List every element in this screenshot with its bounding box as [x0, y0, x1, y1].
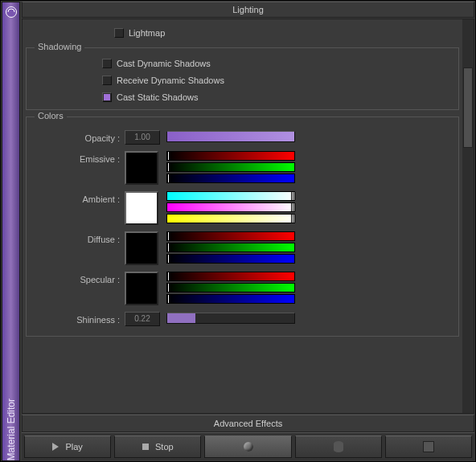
ambient-sliders — [166, 191, 295, 223]
emissive-row: Emissive : — [30, 151, 455, 185]
specular-slider-b[interactable] — [166, 294, 295, 304]
cylinder-icon — [334, 441, 343, 452]
specular-swatch[interactable] — [125, 272, 158, 305]
stop-button[interactable]: Stop — [114, 435, 201, 458]
play-icon — [52, 443, 59, 451]
diffuse-row: Diffuse : — [30, 231, 455, 265]
slider-handle[interactable] — [167, 231, 170, 241]
stop-icon — [142, 444, 149, 450]
diffuse-label: Diffuse : — [30, 231, 125, 244]
slider-handle[interactable] — [291, 214, 293, 223]
diffuse-slider-b[interactable] — [166, 254, 295, 264]
diffuse-slider-g[interactable] — [166, 243, 295, 252]
app-root: Material Editor Lighting Lightmap Shadow… — [0, 0, 476, 462]
sphere-icon — [244, 442, 253, 452]
specular-row: Specular : — [30, 272, 455, 305]
emissive-slider-r[interactable] — [166, 151, 295, 161]
slider-handle[interactable] — [167, 272, 170, 281]
slider-handle[interactable] — [167, 151, 170, 161]
diffuse-slider-r[interactable] — [166, 231, 295, 241]
emissive-slider-g[interactable] — [166, 162, 295, 172]
receive-dynamic-label: Receive Dynamic Shadows — [117, 76, 224, 85]
slider-handle[interactable] — [291, 191, 293, 201]
diffuse-sliders — [166, 231, 295, 264]
specular-label: Specular : — [30, 272, 125, 284]
shininess-slider[interactable] — [166, 313, 295, 324]
slider-handle[interactable] — [167, 294, 170, 304]
colors-fieldset: Colors Opacity : 1.00 Emissive :Ambient … — [26, 117, 459, 337]
opacity-slider[interactable] — [166, 131, 295, 142]
receive-dynamic-checkbox[interactable] — [102, 76, 112, 85]
vertical-scrollbar[interactable] — [462, 19, 474, 413]
opacity-label: Opacity : — [30, 130, 125, 143]
scroll-content: Lightmap Shadowing Cast Dynamic Shadows … — [23, 19, 462, 413]
bottom-toolbar: Play Stop — [22, 432, 474, 460]
shininess-label: Shininess : — [30, 312, 125, 325]
specular-slider-g[interactable] — [166, 283, 295, 292]
opacity-value[interactable]: 1.00 — [125, 130, 160, 145]
slider-handle[interactable] — [167, 162, 170, 172]
slider-handle[interactable] — [291, 202, 293, 212]
shininess-row: Shininess : 0.22 — [30, 312, 455, 326]
emissive-sliders — [166, 151, 295, 183]
ambient-slider-g[interactable] — [166, 202, 295, 212]
cast-static-label: Cast Static Shadows — [117, 92, 199, 102]
ambient-row: Ambient : — [30, 191, 455, 225]
lightmap-row: Lightmap — [26, 25, 459, 41]
shininess-value[interactable]: 0.22 — [125, 312, 160, 326]
emissive-swatch[interactable] — [125, 151, 158, 185]
sidebar-tab-label: Material Editor — [6, 394, 17, 460]
preview-sphere-button[interactable] — [204, 435, 291, 458]
cast-static-checkbox[interactable] — [102, 92, 112, 102]
panel-title-lighting[interactable]: Lighting — [22, 2, 474, 18]
specular-slider-r[interactable] — [166, 272, 295, 281]
stop-label: Stop — [155, 442, 174, 452]
slider-handle[interactable] — [167, 283, 170, 292]
diffuse-swatch[interactable] — [125, 231, 158, 265]
shadowing-legend: Shadowing — [35, 42, 84, 51]
play-button[interactable]: Play — [24, 435, 111, 458]
ambient-swatch[interactable] — [125, 191, 158, 225]
slider-handle[interactable] — [167, 243, 170, 252]
emissive-slider-b[interactable] — [166, 174, 295, 183]
opacity-row: Opacity : 1.00 — [30, 130, 455, 145]
cube-icon — [423, 441, 434, 452]
ambient-slider-r[interactable] — [166, 191, 295, 201]
main-area: Lighting Lightmap Shadowing Cast Dynamic… — [22, 2, 474, 460]
preview-cube-button[interactable] — [385, 435, 472, 458]
scroll-area: Lightmap Shadowing Cast Dynamic Shadows … — [22, 18, 474, 414]
play-label: Play — [65, 442, 82, 452]
shadowing-fieldset: Shadowing Cast Dynamic Shadows Receive D… — [26, 47, 459, 110]
lightmap-checkbox[interactable] — [114, 28, 124, 38]
slider-handle[interactable] — [167, 254, 170, 264]
svg-point-0 — [6, 7, 17, 18]
preview-cylinder-button[interactable] — [295, 435, 382, 458]
cast-dynamic-checkbox[interactable] — [102, 59, 112, 68]
scrollbar-thumb[interactable] — [463, 67, 473, 148]
ambient-label: Ambient : — [30, 191, 125, 204]
sidebar-tab-material-editor[interactable]: Material Editor — [2, 2, 20, 461]
panel-title-advanced[interactable]: Advanced Effects — [22, 415, 474, 432]
lightmap-label: Lightmap — [129, 28, 165, 38]
cast-dynamic-label: Cast Dynamic Shadows — [117, 59, 211, 68]
ambient-slider-b[interactable] — [166, 214, 295, 223]
shininess-slider-fill — [167, 313, 195, 323]
opacity-slider-fill — [167, 132, 294, 141]
slider-handle[interactable] — [167, 174, 170, 183]
colors-legend: Colors — [35, 111, 67, 121]
specular-sliders — [166, 272, 295, 304]
emissive-label: Emissive : — [30, 151, 125, 164]
material-editor-icon — [5, 6, 18, 18]
